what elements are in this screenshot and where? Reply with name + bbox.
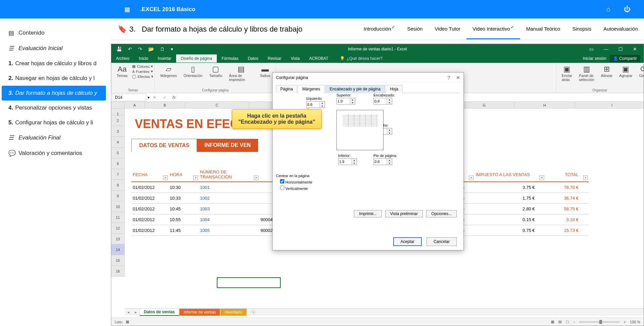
redo-icon[interactable]: ↷ <box>138 46 142 52</box>
row-header[interactable]: 15 <box>111 255 125 266</box>
row-header[interactable]: 12 <box>111 223 125 234</box>
sidebar-item-4[interactable]: 4.Personalizar opciones y vistas <box>2 100 106 115</box>
row-header[interactable]: 2 <box>111 115 125 126</box>
row-header[interactable]: 8 <box>111 180 125 191</box>
sidebar-contenido[interactable]: ▤Contenido <box>2 25 106 41</box>
name-box-dropdown-icon[interactable]: ▾ <box>148 95 150 100</box>
row-header[interactable]: 5 <box>111 148 125 158</box>
view-layout-icon[interactable]: ▤ <box>558 320 562 324</box>
colores-button[interactable]: ▦ Colores ▾ <box>132 64 153 69</box>
new-icon[interactable]: 🗋 <box>160 46 165 52</box>
menu-diseno[interactable]: Diseño de página <box>176 54 217 63</box>
view-break-icon[interactable]: ▢ <box>566 320 569 324</box>
row-header[interactable]: 14 <box>111 244 125 255</box>
minimize-icon[interactable]: — <box>604 46 608 52</box>
spinner-icon[interactable]: ▴▾ <box>387 128 392 134</box>
row-header[interactable]: 4 <box>111 137 125 148</box>
agrupar-button[interactable]: ▣Agrupar <box>617 64 634 82</box>
row-header[interactable]: 13 <box>111 234 125 244</box>
row-header[interactable]: 7 <box>111 169 125 180</box>
row-header[interactable]: 9 <box>111 191 125 201</box>
tab-interactivo[interactable]: Video Interactivo✔ <box>467 19 520 39</box>
saltos-button[interactable]: ▬Saltos <box>258 64 272 82</box>
dialog-tab-margenes[interactable]: Márgenes <box>298 85 324 93</box>
ribbon-options-icon[interactable]: ▭ <box>589 46 594 52</box>
cancel-fx-icon[interactable]: ✕ <box>153 95 156 100</box>
col-header[interactable]: I <box>575 102 644 108</box>
zoom-in-icon[interactable]: + <box>623 320 626 324</box>
sheet-tab-inventario[interactable]: Inventario <box>220 309 247 316</box>
th-fecha[interactable]: FECHA▾ <box>131 167 168 182</box>
tab-informe-ventas[interactable]: INFORME DE VEN <box>197 139 258 152</box>
filter-icon[interactable]: ▾ <box>163 175 168 180</box>
fuentes-button[interactable]: A Fuentes ▾ <box>132 69 153 74</box>
zoom-out-icon[interactable]: − <box>573 320 575 324</box>
aceptar-button[interactable]: Aceptar <box>393 237 422 246</box>
input-pie[interactable] <box>374 159 387 165</box>
tell-me[interactable]: 💡¿Qué desea hacer? <box>340 56 383 61</box>
tab-datos-ventas[interactable]: DATOS DE VENTAS <box>131 139 197 152</box>
alinear-button[interactable]: ⊞Alinear <box>599 64 614 82</box>
sheet-tab-informe[interactable]: Informe de ventas <box>179 309 220 316</box>
row-header[interactable]: 10 <box>111 201 125 212</box>
sidebar-item-5[interactable]: 5.Configurar hojas de cálculo y li <box>2 115 106 130</box>
tab-introduccion[interactable]: Introducción✔ <box>358 19 401 39</box>
th-imp[interactable]: IMPUESTO A LAS VENTAS▾ <box>474 167 545 182</box>
dialog-tab-hoja[interactable]: Hoja <box>386 85 403 93</box>
enviar-atras-button[interactable]: ▣Enviar atrás <box>560 64 574 82</box>
view-normal-icon[interactable]: ▦ <box>551 320 554 324</box>
row-header[interactable]: 3 <box>111 126 125 137</box>
filter-icon[interactable]: ▾ <box>583 175 588 180</box>
input-superior[interactable] <box>337 98 350 104</box>
filter-icon[interactable]: ▾ <box>254 175 258 180</box>
th-hora[interactable]: HORA▾ <box>168 167 199 182</box>
imprimir-button[interactable]: Imprimir... <box>354 210 382 217</box>
col-header[interactable]: C <box>185 102 249 108</box>
menu-acrobat[interactable]: ACROBAT <box>305 54 333 63</box>
dialog-close-icon[interactable]: ✕ <box>456 75 460 80</box>
spinner-icon[interactable]: ▴▾ <box>351 159 357 165</box>
th-trans[interactable]: NÚMERO DE TRANSACCIÓN▾ <box>199 167 259 182</box>
sidebar-item-3[interactable]: 3.Dar formato a hojas de cálculo y <box>2 86 106 100</box>
cancelar-button[interactable]: Cancelar <box>427 237 457 246</box>
help-icon[interactable]: ? <box>447 75 450 80</box>
enter-fx-icon[interactable]: ✓ <box>163 95 166 100</box>
spinner-icon[interactable]: ▴▾ <box>350 98 355 104</box>
macro-icon[interactable]: ▦ <box>126 320 129 324</box>
panel-button[interactable]: ▥Panel de selección <box>577 64 596 82</box>
menu-datos[interactable]: Datos <box>243 54 263 63</box>
sheet-nav-prev-icon[interactable]: ◂ <box>125 310 132 315</box>
dialog-tab-encabezado[interactable]: Encabezado y pie de página <box>325 85 385 93</box>
orientacion-button[interactable]: ▯Orientación <box>182 64 204 82</box>
add-sheet-icon[interactable]: + <box>251 310 256 315</box>
sheet-nav-next-icon[interactable]: ▸ <box>132 310 139 315</box>
menu-formulas[interactable]: Fórmulas <box>217 54 243 63</box>
sidebar-eval-inicial[interactable]: ☰Evaluación Inicial <box>2 41 106 56</box>
row-header[interactable]: 1 <box>111 109 125 115</box>
opciones-button[interactable]: Opciones... <box>426 210 457 217</box>
input-encabezado[interactable] <box>374 98 387 104</box>
signin-link[interactable]: Iniciar sesión <box>583 56 606 61</box>
area-button[interactable]: ▤Área de impresión <box>227 64 255 82</box>
efectos-button[interactable]: ◯ Efectos ▾ <box>132 74 153 79</box>
spinner-icon[interactable]: ▴▾ <box>387 98 392 104</box>
margenes-button[interactable]: ▱Márgenes <box>158 64 179 82</box>
apps-grid-icon[interactable]: ▦ <box>124 6 130 13</box>
spinner-icon[interactable]: ▴▾ <box>319 101 325 108</box>
open-icon[interactable]: 📂 <box>148 46 154 52</box>
col-header[interactable]: H <box>515 102 575 108</box>
menu-revisar[interactable]: Revisar <box>263 54 286 63</box>
temas-button[interactable]: AaTemas <box>115 64 129 79</box>
zoom-level[interactable]: 100 % <box>630 320 640 324</box>
undo-icon[interactable]: ↶ <box>128 46 132 52</box>
tamano-button[interactable]: ▢Tamaño <box>207 64 224 82</box>
filter-icon[interactable]: ▾ <box>539 175 544 180</box>
sidebar-valoracion[interactable]: 💬Valoración y comentarios <box>2 146 106 161</box>
spinner-icon[interactable]: ▴▾ <box>387 159 392 165</box>
close-icon[interactable]: ✕ <box>633 46 637 52</box>
sidebar-item-1[interactable]: 1.Crear hojas de cálculo y libros d <box>2 56 106 71</box>
th-total[interactable]: TOTAL▾ <box>545 167 589 182</box>
menu-insertar[interactable]: Insertar <box>153 54 176 63</box>
col-header[interactable]: A <box>125 102 145 108</box>
filter-icon[interactable]: ▾ <box>193 175 198 180</box>
